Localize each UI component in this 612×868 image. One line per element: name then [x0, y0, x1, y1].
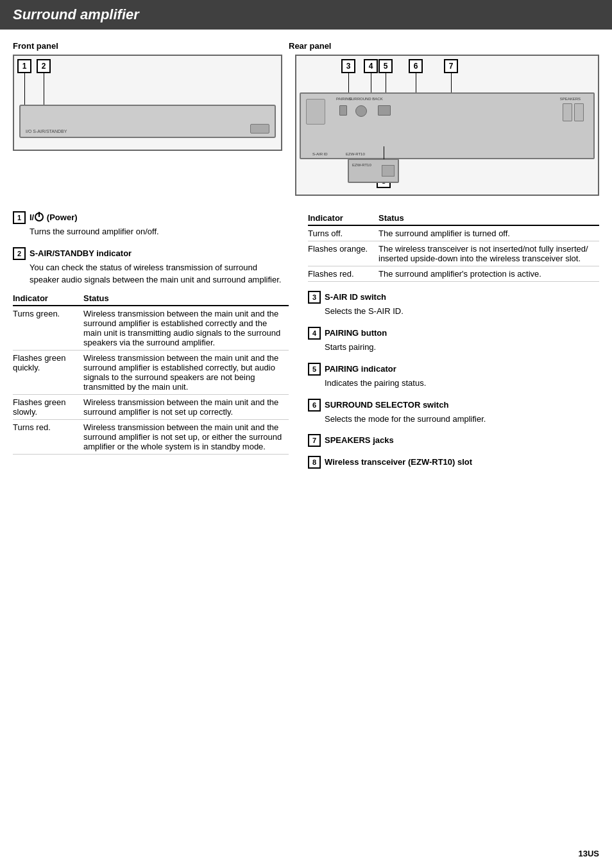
item-7-title: 7 SPEAKERS jacks [308, 434, 599, 447]
item-1-title-text: I/ (Power) [30, 211, 78, 222]
fp-line-1 [24, 73, 25, 108]
item-2-number: 2 [13, 247, 26, 260]
panel-labels: Front panel Rear panel [13, 41, 599, 51]
fp-line-2 [44, 73, 44, 108]
table-row: Flashes orange. The wireless transceiver… [308, 241, 599, 266]
table-cell-indicator: Flashes red. [308, 266, 378, 282]
rp-connector-1 [563, 103, 572, 121]
rear-panel-label: Rear panel [289, 41, 599, 51]
rp-device-body: PAIRING SURROUND BACK SPEAKERS S-AIR ID … [300, 92, 595, 159]
table-cell-status: The wireless transceiver is not inserted… [378, 241, 599, 266]
item-7-title-text: SPEAKERS jacks [325, 435, 394, 445]
item-5-title-text: PAIRING indicator [325, 364, 396, 374]
page-footer: 13US [578, 849, 599, 858]
item-2-title: 2 S-AIR/STANDBY indicator [13, 247, 289, 260]
left-column: 1 I/ (Power) Turns the surround amplifie… [13, 211, 289, 464]
table-row: Turns green. Wireless transmission betwe… [13, 306, 289, 351]
rp-number-3: 3 [341, 59, 355, 73]
item-4: 4 PAIRING button Starts pairing. [308, 327, 599, 354]
fp-number-2: 2 [37, 59, 51, 73]
right-table-header-status: Status [378, 211, 599, 225]
rp-label-speakers: SPEAKERS [560, 97, 581, 101]
item-4-number: 4 [308, 327, 321, 340]
right-column: Indicator Status Turns off. The surround… [308, 211, 599, 478]
rp-line-6 [416, 73, 416, 92]
table-cell-status: Wireless transmission between the main u… [83, 350, 289, 394]
descriptions-row: 1 I/ (Power) Turns the surround amplifie… [13, 211, 599, 478]
table-cell-status: Wireless transmission between the main u… [83, 306, 289, 351]
item-5: 5 PAIRING indicator Indicates the pairin… [308, 363, 599, 390]
item-3-desc: Selects the S-AIR ID. [325, 306, 599, 318]
item-8-number: 8 [308, 456, 321, 469]
diagrams-row: 1 2 I/O S-AIR/STANDBY 3 4 5 6 7 8 [13, 55, 599, 196]
rp-switch-round [355, 105, 367, 117]
item-3-title: 3 S-AIR ID switch [308, 291, 599, 304]
table-cell-indicator: Turns red. [13, 419, 83, 454]
rp-switch-1 [339, 105, 347, 116]
indicator-table-right: Indicator Status Turns off. The surround… [308, 211, 599, 282]
rp-line-7 [451, 73, 452, 92]
rp-switch-2 [378, 105, 391, 116]
table-cell-status: The surround amplifier's protection is a… [378, 266, 599, 282]
table-header-indicator: Indicator [13, 291, 83, 306]
rp-line-8 [384, 146, 384, 159]
rp-slot-port [382, 165, 395, 177]
item-1-number: 1 [13, 211, 26, 224]
rp-number-5: 5 [378, 59, 393, 73]
table-cell-indicator: Flashes orange. [308, 241, 378, 266]
table-row: Turns off. The surround amplifier is tur… [308, 225, 599, 241]
table-cell-indicator: Flashes green slowly. [13, 394, 83, 419]
rp-number-4: 4 [364, 59, 378, 73]
rp-number-7: 7 [444, 59, 458, 73]
item-2-title-text: S-AIR/STANDBY indicator [30, 248, 132, 258]
table-row: Flashes green slowly. Wireless transmiss… [13, 394, 289, 419]
table-cell-status: Wireless transmission between the main u… [83, 419, 289, 454]
table-row: Turns red. Wireless transmission between… [13, 419, 289, 454]
front-panel-label: Front panel [13, 41, 289, 51]
item-1-title: 1 I/ (Power) [13, 211, 289, 224]
item-6: 6 SURROUND SELECTOR switch Selects the m… [308, 399, 599, 426]
rp-connector-2 [574, 103, 584, 121]
item-6-title-text: SURROUND SELECTOR switch [325, 400, 448, 410]
table-cell-status: The surround amplifier is turned off. [378, 225, 599, 241]
table-header-status: Status [83, 291, 289, 306]
item-4-title: 4 PAIRING button [308, 327, 599, 340]
page-title: Surround amplifier [13, 6, 599, 23]
item-8-title-text: Wireless transceiver (EZW-RT10) slot [325, 457, 472, 467]
fp-device-body: I/O S-AIR/STANDBY [19, 105, 276, 138]
item-7: 7 SPEAKERS jacks [308, 434, 599, 447]
item-2: 2 S-AIR/STANDBY indicator You can check … [13, 247, 289, 455]
rp-sairid-label: S-AIR ID [312, 152, 328, 156]
fp-device-right-element [250, 124, 269, 134]
item-7-number: 7 [308, 434, 321, 447]
item-8: 8 Wireless transceiver (EZW-RT10) slot [308, 456, 599, 469]
rp-line-3 [348, 73, 349, 92]
item-6-title: 6 SURROUND SELECTOR switch [308, 399, 599, 412]
rp-line-4 [371, 73, 371, 92]
fp-number-1: 1 [17, 59, 31, 73]
item-4-title-text: PAIRING button [325, 328, 387, 338]
rp-number-6: 6 [409, 59, 423, 73]
page-number: 13US [578, 849, 599, 858]
rp-ezwrt10-label: EZW-RT10 [346, 152, 365, 156]
table-cell-indicator: Flashes green quickly. [13, 350, 83, 394]
right-table-header-indicator: Indicator [308, 211, 378, 225]
item-1-desc: Turns the surround amplifier on/off. [30, 226, 289, 238]
item-3: 3 S-AIR ID switch Selects the S-AIR ID. [308, 291, 599, 318]
item-5-number: 5 [308, 363, 321, 376]
rp-plug [306, 99, 325, 125]
item-6-number: 6 [308, 399, 321, 412]
rp-slot-inner-label: EZW-RT10 [352, 163, 371, 167]
item-8-title: 8 Wireless transceiver (EZW-RT10) slot [308, 456, 599, 469]
item-5-title: 5 PAIRING indicator [308, 363, 599, 376]
item-3-number: 3 [308, 291, 321, 304]
rp-line-5 [386, 73, 386, 92]
front-panel-diagram: 1 2 I/O S-AIR/STANDBY [13, 55, 282, 151]
rp-slot-device: EZW-RT10 [348, 159, 399, 183]
table-cell-indicator: Turns off. [308, 225, 378, 241]
item-2-desc: You can check the status of wireless tra… [30, 262, 289, 286]
table-cell-status: Wireless transmission between the main u… [83, 394, 289, 419]
rear-panel-diagram: 3 4 5 6 7 8 PAIRING SURROUND BACK [295, 55, 599, 196]
fp-device-label-left: I/O S-AIR/STANDBY [26, 129, 67, 134]
item-1: 1 I/ (Power) Turns the surround amplifie… [13, 211, 289, 238]
